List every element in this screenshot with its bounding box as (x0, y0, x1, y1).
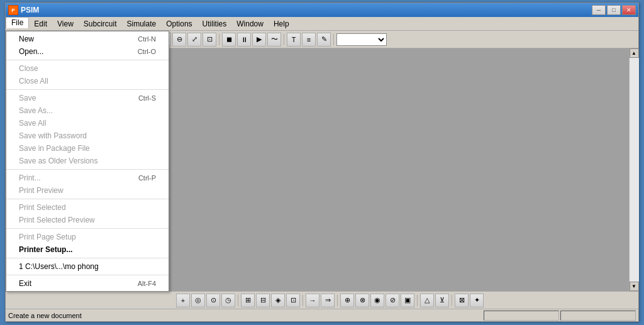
bt-btn17[interactable]: ⊻ (435, 294, 449, 307)
bt-btn8[interactable]: ⊡ (286, 294, 300, 307)
bt-btn7[interactable]: ◈ (271, 294, 285, 307)
menu-item-simulate[interactable]: Simulate (122, 17, 162, 30)
menu-file-save[interactable]: Save Ctrl-S (6, 92, 169, 104)
bt-btn2[interactable]: ◎ (191, 294, 205, 307)
menu-file-print-selected-preview[interactable]: Print Selected Preview (6, 214, 169, 226)
scroll-up-arrow[interactable]: ▲ (630, 48, 639, 58)
menu-item-utilities[interactable]: Utilities (197, 17, 232, 30)
toolbar-zoom-dropdown[interactable] (336, 33, 387, 46)
menu-file-save-password[interactable]: Save with Password (6, 129, 169, 142)
menu-file-recent1[interactable]: 1 C:\Users\...\mo phong (6, 260, 169, 273)
bt-btn11[interactable]: ⊕ (340, 294, 354, 307)
sep-b1 (238, 295, 238, 306)
bt-btn15[interactable]: ▣ (401, 294, 414, 307)
menu-file-save-older[interactable]: Save as Older Versions (6, 155, 169, 167)
bt-btn3[interactable]: ⊙ (206, 294, 220, 307)
toolbar-edit[interactable]: ✎ (317, 33, 331, 47)
sep4 (6, 199, 169, 199)
status-bar: Create a new document (6, 309, 638, 321)
menu-file-close-all[interactable]: Close All (6, 75, 169, 87)
toolbar-zoom-fit[interactable]: ⤢ (187, 33, 201, 47)
toolbar-text[interactable]: T (287, 33, 301, 47)
menu-file-print-selected[interactable]: Print Selected (6, 201, 169, 214)
sep7 (6, 275, 169, 275)
bt-btn14[interactable]: ⊘ (386, 294, 399, 307)
menu-item-options[interactable]: Options (161, 17, 197, 30)
bt-btn13[interactable]: ◉ (370, 294, 384, 307)
bt-btn18[interactable]: ⊠ (455, 294, 469, 307)
main-window: P PSIM ─ □ ✕ File New Ctrl-N Open... (5, 3, 639, 322)
bt-btn16[interactable]: △ (420, 294, 434, 307)
sep5 (6, 228, 169, 229)
menu-item-edit[interactable]: Edit (29, 17, 52, 30)
menu-file-print-page-setup[interactable]: Print Page Setup (6, 231, 169, 243)
status-panels (484, 311, 636, 321)
sep-b3 (337, 295, 338, 306)
sep-b4 (417, 295, 418, 306)
toolbar-stop[interactable]: ◼ (222, 33, 236, 47)
sep6 (6, 258, 169, 258)
file-menu-wrapper: File New Ctrl-N Open... Ctrl-O Close (6, 17, 29, 30)
sep1 (6, 60, 169, 60)
maximize-button[interactable]: □ (607, 5, 621, 15)
toolbar-zoom-out[interactable]: ⊖ (172, 33, 186, 47)
toolbar-run[interactable]: ▶ (252, 33, 266, 47)
bt-btn6[interactable]: ⊟ (256, 294, 270, 307)
sep2 (6, 89, 169, 90)
toolbar-text2[interactable]: ≡ (302, 33, 316, 47)
status-panel-1 (484, 311, 559, 321)
sep-b2 (303, 295, 303, 306)
bt-btn9[interactable]: → (306, 294, 319, 307)
menu-file-print[interactable]: Print... Ctrl-P (6, 172, 169, 184)
menu-file-new[interactable]: New Ctrl-N (6, 33, 169, 45)
bt-btn4[interactable]: ◷ (221, 294, 235, 307)
window-title: PSIM (21, 6, 592, 14)
menu-bar: File New Ctrl-N Open... Ctrl-O Close (6, 17, 638, 31)
menu-file-exit[interactable]: Exit Alt-F4 (6, 277, 169, 290)
scroll-track[interactable] (630, 58, 639, 282)
sep-t6 (333, 34, 334, 45)
bottom-toolbar: + ◎ ⊙ ◷ ⊞ ⊟ ◈ ⊡ → ⇒ ⊕ ⊗ ◉ ⊘ ▣ △ ⊻ ⊠ ✦ (6, 291, 638, 309)
menu-item-help[interactable]: Help (269, 17, 294, 30)
bt-btn1[interactable]: + (176, 294, 190, 307)
scroll-down-arrow[interactable]: ▼ (630, 282, 639, 291)
menu-file-printer-setup[interactable]: Printer Setup... (6, 243, 169, 256)
scrollbar-vertical: ▲ ▼ (629, 48, 638, 291)
bt-btn5[interactable]: ⊞ (241, 294, 255, 307)
toolbar-zoom-rect[interactable]: ⊡ (203, 33, 216, 47)
sep3 (6, 169, 169, 170)
file-dropdown-menu: New Ctrl-N Open... Ctrl-O Close Close Al… (6, 31, 169, 292)
menu-item-view[interactable]: View (52, 17, 79, 30)
menu-file-save-package[interactable]: Save in Package File (6, 142, 169, 155)
sep-t5 (284, 34, 284, 45)
close-button[interactable]: ✕ (622, 5, 636, 15)
app-icon: P (8, 5, 18, 15)
sep-b5 (452, 295, 452, 306)
menu-item-subcircuit[interactable]: Subcircuit (79, 17, 122, 30)
status-text: Create a new document (8, 312, 484, 319)
minimize-button[interactable]: ─ (592, 5, 606, 15)
bt-btn12[interactable]: ⊗ (355, 294, 369, 307)
menu-item-window[interactable]: Window (231, 17, 269, 30)
bt-btn19[interactable]: ✦ (470, 294, 484, 307)
menu-file-close[interactable]: Close (6, 62, 169, 75)
bt-btn10[interactable]: ⇒ (321, 294, 335, 307)
menu-item-file[interactable]: File (6, 17, 29, 28)
toolbar-pause[interactable]: ⏸ (237, 33, 251, 47)
status-panel-2 (560, 311, 636, 321)
menu-file-open[interactable]: Open... Ctrl-O (6, 45, 169, 58)
title-bar: P PSIM ─ □ ✕ (6, 3, 638, 17)
toolbar-wave[interactable]: 〜 (267, 33, 281, 47)
menu-file-save-as[interactable]: Save As... (6, 104, 169, 117)
sep-t4 (219, 34, 219, 45)
menu-file-print-preview[interactable]: Print Preview (6, 184, 169, 197)
window-controls: ─ □ ✕ (592, 5, 636, 15)
menu-file-save-all[interactable]: Save All (6, 117, 169, 129)
